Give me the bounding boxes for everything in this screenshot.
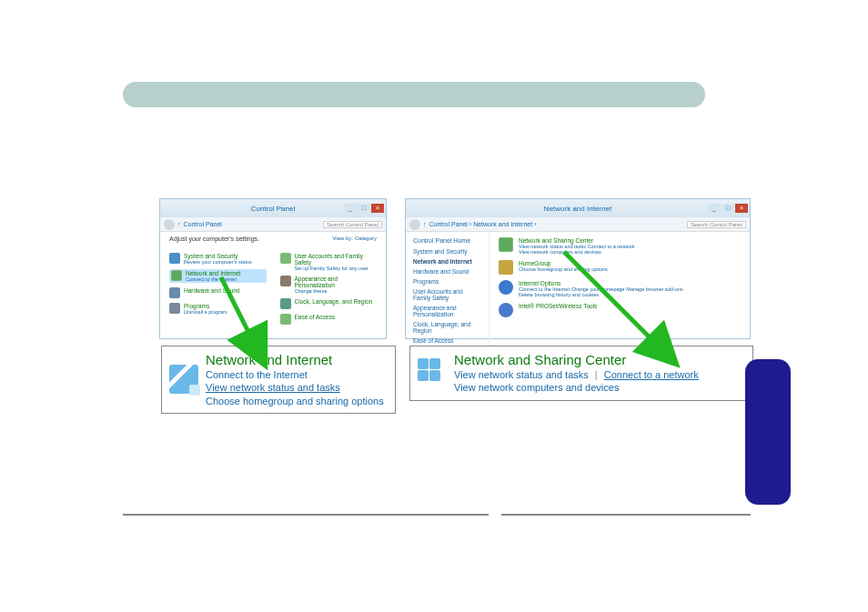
ease-icon xyxy=(280,314,291,325)
homegroup-icon xyxy=(499,260,513,275)
back-icon[interactable] xyxy=(409,219,420,230)
nav-up-icon[interactable]: ↑ xyxy=(177,221,181,227)
network-sharing-icon xyxy=(499,237,513,252)
user-icon xyxy=(280,253,291,264)
network-internet-screenshot: Network and Internet _ □ × ↑ Control Pan… xyxy=(405,198,751,339)
minimize-button[interactable]: _ xyxy=(344,204,357,213)
window-toolbar: ↑ Control Panel › Network and Internet ›… xyxy=(406,217,750,232)
view-computers-link[interactable]: View network computers and devices xyxy=(454,381,745,394)
divider xyxy=(123,514,751,516)
separator: | xyxy=(595,369,598,380)
cp-item-system[interactable]: System and Security Review your computer… xyxy=(169,253,267,265)
section-header-bar xyxy=(123,82,705,107)
connect-network-link[interactable]: Connect to a network xyxy=(604,369,699,380)
nav-up-icon[interactable]: ↑ xyxy=(423,221,427,227)
breadcrumb[interactable]: Control Panel xyxy=(184,221,320,227)
homegroup-item[interactable]: HomeGroup Choose homegroup and sharing o… xyxy=(499,260,741,275)
window-titlebar: Network and Internet _ □ × xyxy=(406,199,750,217)
cp-item-user[interactable]: User Accounts and Family Safety Set up F… xyxy=(280,253,378,271)
search-input[interactable]: Search Control Panel xyxy=(687,221,746,228)
page-heading: Adjust your computer's settings. xyxy=(169,236,259,242)
view-status-link[interactable]: View network status and tasks xyxy=(454,369,589,380)
sidebar-clock[interactable]: Clock, Language, and Region xyxy=(413,321,481,334)
cp-item-appearance[interactable]: Appearance and Personalization Change th… xyxy=(280,276,378,294)
sidebar-user[interactable]: User Accounts and Family Safety xyxy=(413,288,481,301)
window-titlebar: Control Panel _ □ × xyxy=(160,199,386,217)
intel-icon xyxy=(499,303,513,317)
back-icon[interactable] xyxy=(164,219,175,230)
maximize-button[interactable]: □ xyxy=(358,204,370,213)
homegroup-link[interactable]: Choose homegroup and sharing options xyxy=(206,395,388,407)
zoom-network-internet: Network and Internet Connect to the Inte… xyxy=(161,346,396,414)
minimize-button[interactable]: _ xyxy=(708,204,721,213)
network-sharing-icon xyxy=(418,358,447,387)
divider-gap xyxy=(489,514,501,516)
sidebar-appearance[interactable]: Appearance and Personalization xyxy=(413,305,481,317)
cp-item-hardware[interactable]: Hardware and Sound xyxy=(169,287,267,298)
system-icon xyxy=(169,253,180,264)
ie-icon xyxy=(499,280,513,295)
sidebar-network[interactable]: Network and Internet xyxy=(413,258,481,265)
window-title: Network and Internet xyxy=(406,205,750,213)
cp-item-network[interactable]: Network and Internet Connect to the Inte… xyxy=(169,269,267,283)
page-tab xyxy=(745,359,791,505)
search-input[interactable]: Search Control Panel xyxy=(323,221,382,228)
cp-item-clock[interactable]: Clock, Language, and Region xyxy=(280,298,378,309)
control-panel-screenshot: Control Panel _ □ × ↑ Control Panel Sear… xyxy=(159,198,387,339)
zoom-network-sharing: Network and Sharing Center View network … xyxy=(409,346,753,401)
sidebar: Control Panel Home System and Security N… xyxy=(406,232,490,353)
zoom-title[interactable]: Network and Internet xyxy=(206,352,388,367)
maximize-button[interactable]: □ xyxy=(722,204,734,213)
window-toolbar: ↑ Control Panel Search Control Panel xyxy=(160,217,386,232)
sidebar-programs[interactable]: Programs xyxy=(413,278,481,285)
network-icon xyxy=(171,270,182,281)
close-button[interactable]: × xyxy=(371,204,384,213)
sidebar-ease[interactable]: Ease of Access xyxy=(413,337,481,344)
view-status-link[interactable]: View network status and tasks xyxy=(206,381,388,394)
appearance-icon xyxy=(280,276,291,286)
network-internet-icon xyxy=(169,365,198,394)
internet-options-item[interactable]: Internet Options Connect to the Internet… xyxy=(499,280,741,297)
hardware-icon xyxy=(169,287,180,298)
clock-icon xyxy=(280,298,291,309)
sidebar-hardware[interactable]: Hardware and Sound xyxy=(413,268,481,275)
view-selector[interactable]: View by: Category xyxy=(332,236,377,247)
nsc-item[interactable]: Network and Sharing Center View network … xyxy=(499,237,741,255)
connect-internet-link[interactable]: Connect to the Internet xyxy=(206,368,388,381)
close-button[interactable]: × xyxy=(735,204,748,213)
cp-item-ease[interactable]: Ease of Access xyxy=(280,314,378,325)
cp-item-programs[interactable]: Programs Uninstall a program xyxy=(169,303,267,315)
breadcrumb[interactable]: Control Panel › Network and Internet › xyxy=(429,221,684,227)
sidebar-heading[interactable]: Control Panel Home xyxy=(413,237,481,244)
sidebar-system[interactable]: System and Security xyxy=(413,248,481,255)
intel-item[interactable]: Intel® PROSet/Wireless Tools xyxy=(499,303,741,317)
zoom-title[interactable]: Network and Sharing Center xyxy=(454,352,745,367)
programs-icon xyxy=(169,303,180,314)
